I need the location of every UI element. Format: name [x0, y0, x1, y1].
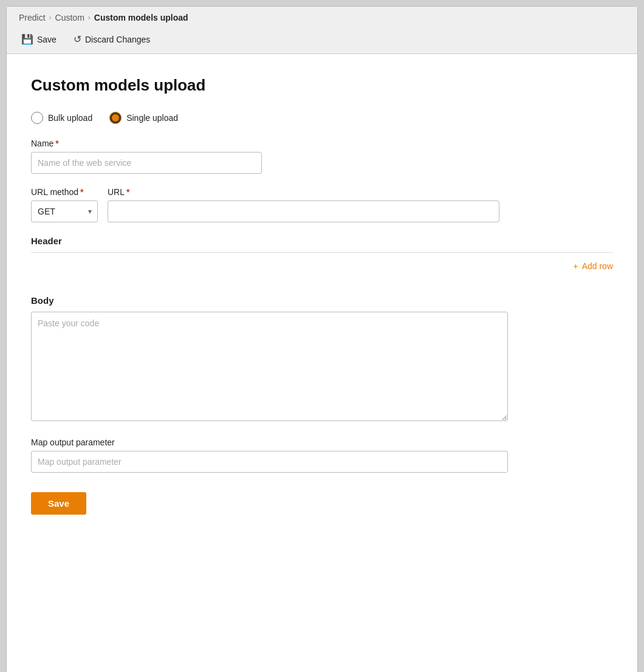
map-output-group: Map output parameter	[31, 437, 613, 473]
url-method-required: *	[80, 187, 83, 197]
url-label: URL *	[108, 187, 613, 197]
map-output-label: Map output parameter	[31, 437, 613, 447]
add-row-area: + Add row	[31, 259, 613, 281]
plus-icon: +	[573, 261, 578, 271]
url-method-select-wrapper: GET POST PUT DELETE PATCH ▾	[31, 201, 98, 222]
single-upload-radio[interactable]	[109, 112, 122, 124]
header-divider	[31, 252, 613, 253]
toolbar-actions: 💾 Save ↺ Discard Changes	[19, 27, 625, 53]
discard-label: Discard Changes	[85, 35, 150, 44]
discard-icon: ↺	[74, 33, 81, 45]
floppy-icon: 💾	[21, 33, 33, 45]
bulk-upload-radio[interactable]	[31, 112, 43, 124]
url-input[interactable]	[108, 201, 499, 222]
single-upload-label[interactable]: Single upload	[109, 112, 178, 124]
save-toolbar-button[interactable]: 💾 Save	[19, 32, 59, 46]
name-input[interactable]	[31, 152, 262, 174]
breadcrumb-sep-1: ›	[49, 13, 52, 22]
url-method-select[interactable]: GET POST PUT DELETE PATCH	[31, 201, 98, 222]
discard-changes-button[interactable]: ↺ Discard Changes	[71, 32, 152, 46]
add-row-label: Add row	[582, 261, 613, 271]
breadcrumb-predict[interactable]: Predict	[19, 13, 46, 22]
bulk-upload-text: Bulk upload	[48, 113, 92, 123]
url-required: *	[126, 187, 129, 197]
name-required: *	[55, 139, 58, 148]
single-upload-text: Single upload	[126, 113, 178, 123]
breadcrumb-current: Custom models upload	[94, 13, 188, 22]
breadcrumb: Predict › Custom › Custom models upload	[19, 7, 625, 27]
app-window: Predict › Custom › Custom models upload …	[6, 6, 638, 672]
bulk-upload-label[interactable]: Bulk upload	[31, 112, 92, 124]
name-field-group: Name *	[31, 139, 613, 174]
body-label: Body	[31, 295, 613, 306]
main-content: Custom models upload Bulk upload Single …	[7, 54, 637, 672]
name-label: Name *	[31, 139, 613, 148]
header-label: Header	[31, 236, 613, 246]
breadcrumb-custom[interactable]: Custom	[55, 13, 84, 22]
map-output-input[interactable]	[31, 451, 508, 473]
url-row: URL method * GET POST PUT DELETE PATCH ▾	[31, 187, 613, 222]
add-row-button[interactable]: + Add row	[573, 259, 613, 273]
url-method-group: URL method * GET POST PUT DELETE PATCH ▾	[31, 187, 98, 222]
toolbar: Predict › Custom › Custom models upload …	[7, 7, 637, 54]
page-title: Custom models upload	[31, 76, 613, 95]
breadcrumb-sep-2: ›	[88, 13, 91, 22]
save-button[interactable]: Save	[31, 492, 86, 515]
url-group: URL *	[108, 187, 613, 222]
upload-type-row: Bulk upload Single upload	[31, 112, 613, 124]
header-section: Header + Add row	[31, 236, 613, 281]
save-toolbar-label: Save	[37, 35, 57, 44]
body-textarea[interactable]	[31, 312, 508, 421]
url-method-label: URL method *	[31, 187, 98, 197]
body-section: Body	[31, 295, 613, 423]
